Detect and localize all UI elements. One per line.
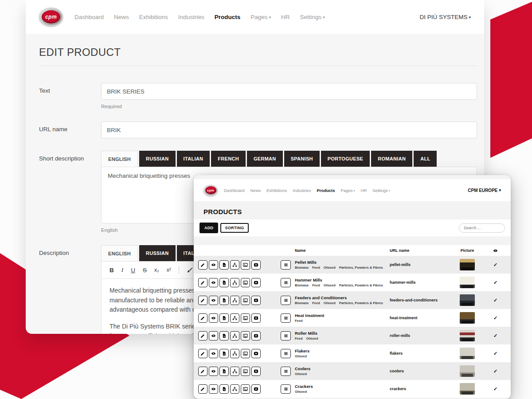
sorting-button[interactable]: SORTING [220, 223, 248, 233]
preview-icon[interactable] [209, 278, 218, 287]
video-icon[interactable] [251, 384, 261, 394]
file-icon[interactable] [219, 331, 229, 340]
lang-tab-italian[interactable]: ITALIAN [177, 151, 210, 167]
file-icon[interactable] [219, 349, 229, 358]
nav-item-products[interactable]: Products [317, 188, 335, 193]
image-icon[interactable] [241, 349, 250, 358]
list-icon[interactable] [281, 313, 291, 323]
lang-tab-spanish[interactable]: SPANISH [284, 151, 320, 167]
list-icon[interactable] [281, 331, 291, 340]
nav-item-settings[interactable]: Settings▾ [300, 14, 325, 20]
file-icon[interactable] [219, 260, 229, 270]
nav-item-industries[interactable]: Industries [178, 14, 204, 20]
lang-tab-german[interactable]: GERMAN [247, 151, 283, 167]
image-icon[interactable] [241, 296, 250, 305]
nav-item-industries[interactable]: Industries [293, 188, 311, 193]
sitemap-icon[interactable] [230, 296, 239, 305]
url-name-field[interactable] [101, 121, 477, 138]
video-icon[interactable] [251, 278, 261, 287]
edit-icon[interactable] [198, 296, 207, 305]
preview-icon[interactable] [209, 313, 218, 323]
nav-item-dashboard[interactable]: Dashboard [74, 14, 104, 20]
file-icon[interactable] [219, 296, 229, 305]
lang-tab-russian[interactable]: RUSSIAN [139, 151, 176, 167]
image-icon[interactable] [241, 313, 250, 323]
edit-icon[interactable] [198, 384, 207, 394]
preview-icon[interactable] [209, 367, 218, 376]
edit-icon[interactable] [198, 367, 207, 376]
bold-button[interactable]: B [110, 267, 114, 274]
lang-tab-english[interactable]: ENGLISH [101, 245, 138, 261]
search-input[interactable] [459, 223, 505, 233]
paintbrush-icon[interactable] [187, 267, 193, 273]
text-field[interactable] [101, 83, 477, 100]
lang-tab-portoguese[interactable]: PORTOGUESE [321, 151, 370, 167]
superscript-button[interactable]: x² [167, 267, 171, 273]
sitemap-icon[interactable] [230, 367, 239, 376]
sitemap-icon[interactable] [230, 313, 239, 323]
image-icon[interactable] [241, 384, 250, 394]
video-icon[interactable] [251, 313, 261, 323]
video-icon[interactable] [251, 296, 261, 305]
account-menu[interactable]: DI PIÙ SYSTEMS▾ [419, 14, 471, 20]
add-button[interactable]: ADD [200, 223, 218, 233]
edit-icon[interactable] [198, 331, 207, 340]
list-icon[interactable] [281, 367, 291, 376]
sitemap-icon[interactable] [230, 331, 239, 340]
file-icon[interactable] [219, 278, 229, 287]
list-icon[interactable] [281, 384, 291, 394]
lang-tab-all[interactable]: ALL [414, 151, 437, 167]
sitemap-icon[interactable] [230, 384, 239, 394]
edit-icon[interactable] [198, 313, 207, 323]
image-icon[interactable] [241, 367, 250, 376]
list-icon[interactable] [281, 278, 291, 287]
edit-icon[interactable] [198, 278, 207, 287]
file-icon[interactable] [219, 367, 229, 376]
video-icon[interactable] [251, 260, 261, 270]
video-icon[interactable] [251, 349, 261, 358]
nav-item-exhibitions[interactable]: Exhibitions [266, 188, 287, 193]
preview-icon[interactable] [209, 296, 218, 305]
account-menu[interactable]: CPM EUROPE▾ [468, 188, 501, 193]
list-icon[interactable] [281, 260, 291, 270]
lang-tab-english[interactable]: ENGLISH [101, 151, 138, 167]
edit-icon[interactable] [198, 349, 207, 358]
image-icon[interactable] [241, 331, 250, 340]
list-icon[interactable] [281, 296, 291, 305]
video-icon[interactable] [251, 367, 261, 376]
sitemap-icon[interactable] [230, 260, 239, 270]
sitemap-icon[interactable] [230, 349, 239, 358]
lang-tab-russian[interactable]: RUSSIAN [139, 245, 176, 261]
nav-item-hr[interactable]: HR [281, 14, 290, 20]
image-icon[interactable] [241, 278, 250, 287]
preview-icon[interactable] [209, 349, 218, 358]
nav-item-news[interactable]: News [250, 188, 261, 193]
video-icon[interactable] [251, 331, 261, 340]
product-tag: Biomass [295, 283, 309, 287]
cpm-logo[interactable]: cpm [203, 185, 218, 196]
lang-tab-french[interactable]: FRENCH [211, 151, 246, 167]
nav-item-products[interactable]: Products [215, 14, 241, 20]
nav-item-hr[interactable]: HR [361, 188, 367, 193]
image-icon[interactable] [241, 260, 250, 270]
preview-icon[interactable] [209, 331, 218, 340]
italic-button[interactable]: I [121, 266, 124, 274]
nav-item-settings[interactable]: Settings▾ [372, 188, 390, 193]
lang-tab-romanian[interactable]: ROMANIAN [371, 151, 412, 167]
subscript-button[interactable]: x₂ [154, 267, 159, 273]
nav-item-exhibitions[interactable]: Exhibitions [139, 14, 168, 20]
list-icon[interactable] [281, 349, 291, 358]
nav-item-dashboard[interactable]: Dashboard [224, 188, 244, 193]
file-icon[interactable] [219, 313, 229, 323]
nav-item-pages[interactable]: Pages▾ [250, 14, 271, 20]
strikethrough-button[interactable]: S [143, 267, 147, 274]
sitemap-icon[interactable] [230, 278, 239, 287]
preview-icon[interactable] [209, 384, 218, 394]
preview-icon[interactable] [209, 260, 218, 270]
nav-item-pages[interactable]: Pages▾ [341, 188, 355, 193]
edit-icon[interactable] [198, 260, 207, 270]
file-icon[interactable] [219, 384, 229, 394]
cpm-logo[interactable]: cpm [39, 8, 63, 26]
underline-button[interactable]: U [131, 267, 135, 274]
nav-item-news[interactable]: News [114, 14, 129, 20]
